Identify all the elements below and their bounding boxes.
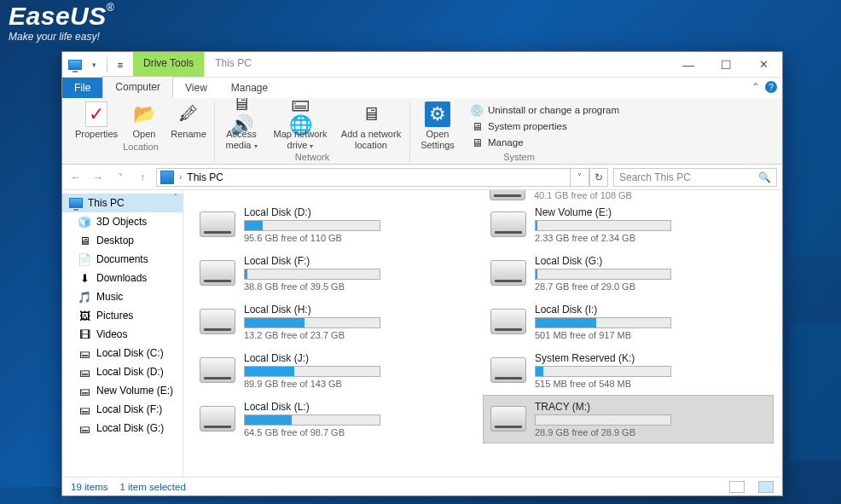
drive-item[interactable]: System Reserved (K:)515 MB free of 548 M… [483, 346, 774, 395]
nav-item[interactable]: 🖼Pictures [62, 306, 183, 325]
nav-item-icon: 📄 [78, 252, 91, 266]
drive-free-text: 89.9 GB free of 143 GB [244, 379, 475, 389]
brand-watermark: EaseUS® Make your life easy! [9, 2, 114, 43]
forward-button[interactable]: → [90, 169, 107, 186]
uninstall-icon: 💿 [470, 103, 484, 117]
drive-item[interactable]: Local Disk (G:)28.7 GB free of 29.0 GB [483, 249, 774, 298]
drive-name: Local Disk (L:) [244, 401, 475, 414]
drive-icon [200, 406, 235, 432]
nav-item-label: Desktop [96, 235, 134, 246]
open-button[interactable]: 📂 Open [127, 101, 161, 140]
drive-item[interactable]: Local Disk (H:)13.2 GB free of 23.7 GB [192, 298, 483, 346]
open-settings-button[interactable]: ⚙ Open Settings [415, 101, 460, 150]
nav-item[interactable]: 🖴Local Disk (C:) [62, 344, 183, 362]
ribbon-group-location: ✓ Properties 📂 Open 🖉 Rename Location [67, 101, 214, 162]
manage-button[interactable]: 🖥 Manage [470, 136, 619, 149]
uninstall-program-button[interactable]: 💿 Uninstall or change a program [470, 103, 619, 117]
map-network-drive-button[interactable]: 🖴🌐 Map network drive ▾ [270, 101, 331, 150]
search-icon: 🔍 [758, 171, 771, 183]
breadcrumb-this-pc[interactable]: This PC [187, 171, 223, 183]
tab-computer[interactable]: Computer [102, 76, 173, 98]
nav-item[interactable]: 🖴Local Disk (D:) [62, 362, 183, 381]
drive-free-text: 13.2 GB free of 23.7 GB [244, 330, 475, 340]
nav-item[interactable]: 🖴Local Disk (G:) [62, 419, 183, 437]
tab-file[interactable]: File [62, 78, 102, 98]
scroll-up-icon[interactable]: ˆ [171, 194, 181, 203]
address-dropdown-button[interactable]: ˅ [571, 168, 589, 187]
help-icon[interactable]: ? [765, 81, 777, 93]
maximize-button[interactable]: ☐ [707, 52, 745, 77]
nav-item[interactable]: 📄Documents [62, 250, 183, 269]
drive-name: Local Disk (J:) [244, 352, 475, 366]
nav-item[interactable]: 🖴New Volume (E:) [62, 381, 183, 400]
qat-dropdown-icon[interactable]: ▾ [86, 57, 102, 72]
drive-item[interactable]: Local Disk (L:)64.5 GB free of 98.7 GB [192, 395, 483, 443]
drive-item[interactable]: New Volume (E:)2.33 GB free of 2.34 GB [483, 200, 774, 249]
drive-free-text: 2.33 GB free of 2.34 GB [535, 233, 766, 243]
nav-this-pc[interactable]: This PC [62, 194, 183, 212]
drive-name: Local Disk (I:) [535, 304, 766, 317]
drive-item[interactable]: Local Disk (J:)89.9 GB free of 143 GB [192, 346, 483, 395]
drive-item[interactable]: Local Disk (I:)501 MB free of 917 MB [483, 298, 774, 346]
system-properties-button[interactable]: 🖥 System properties [470, 119, 619, 133]
content-pane[interactable]: 40.1 GB free of 108 GB Local Disk (D:)95… [183, 190, 782, 477]
ribbon-tab-strip: File Computer View Manage ⌃ ? [62, 78, 782, 98]
qat-overflow-icon[interactable]: ≡ [113, 57, 128, 72]
drive-icon [490, 357, 526, 383]
up-button[interactable]: ↑ [134, 169, 151, 186]
tab-view[interactable]: View [173, 78, 219, 98]
add-network-location-button[interactable]: 🖥 Add a network location [338, 101, 404, 150]
monitor-icon: 🖥 [358, 101, 384, 127]
details-view-button[interactable] [729, 481, 745, 493]
back-button[interactable]: ← [67, 169, 84, 186]
address-field[interactable]: › This PC [156, 168, 571, 187]
search-input[interactable]: Search This PC 🔍 [613, 168, 777, 187]
nav-item[interactable]: 🧊3D Objects [62, 212, 183, 231]
drive-name: New Volume (E:) [535, 206, 766, 220]
group-label-location: Location [123, 140, 159, 152]
drive-item[interactable]: Local Disk (D:)95.6 GB free of 110 GB [192, 200, 483, 249]
drive-item[interactable]: TRACY (M:)28.9 GB free of 28.9 GB [483, 395, 774, 443]
drive-icon [490, 309, 526, 334]
ribbon-group-system: ⚙ Open Settings 💿 Uninstall or change a … [409, 101, 628, 162]
minimize-button[interactable]: — [670, 52, 707, 77]
nav-item[interactable]: 🖥Desktop [62, 231, 183, 250]
drive-item[interactable]: Local Disk (F:)38.8 GB free of 39.5 GB [192, 249, 483, 298]
nav-item-icon: ⬇ [78, 271, 91, 285]
nav-item-label: Pictures [96, 310, 133, 322]
rename-button[interactable]: 🖉 Rename [168, 101, 209, 140]
nav-item-label: Local Disk (C:) [96, 347, 164, 359]
recent-locations-button[interactable]: ˅ [112, 169, 129, 186]
navigation-pane[interactable]: ˆ This PC 🧊3D Objects🖥Desktop📄Documents⬇… [62, 190, 183, 477]
drive-free-text: 40.1 GB free of 108 GB [534, 190, 632, 200]
drive-usage-bar [535, 414, 671, 426]
group-label-network: Network [295, 150, 329, 162]
drive-name: System Reserved (K:) [535, 352, 766, 366]
nav-item-icon: 🎞 [78, 327, 91, 341]
context-tab-drive-tools[interactable]: Drive Tools [133, 52, 205, 77]
nav-item-icon: 🖴 [78, 384, 91, 397]
drive-free-text: 95.6 GB free of 110 GB [244, 233, 475, 243]
properties-button[interactable]: ✓ Properties [72, 101, 120, 140]
rename-icon: 🖉 [176, 101, 201, 127]
drive-icon [490, 190, 525, 200]
nav-item[interactable]: 🎵Music [62, 287, 183, 306]
nav-item-label: Downloads [96, 272, 147, 284]
nav-item[interactable]: 🎞Videos [62, 325, 183, 344]
collapse-ribbon-icon[interactable]: ⌃ [751, 81, 760, 93]
nav-item-label: Music [96, 291, 123, 303]
access-media-button[interactable]: 🖥🔊 Access media ▾ [220, 101, 263, 150]
nav-item[interactable]: ⬇Downloads [62, 269, 183, 287]
explorer-window: ▾ ≡ Drive Tools This PC — ☐ ✕ File Compu… [61, 51, 783, 496]
breadcrumb-chevron-icon[interactable]: › [179, 172, 182, 182]
refresh-button[interactable]: ↻ [589, 168, 608, 187]
status-bar: 19 items 1 item selected [62, 477, 782, 495]
drive-free-text: 501 MB free of 917 MB [535, 330, 766, 340]
thumbnails-view-button[interactable] [758, 481, 774, 493]
tab-manage[interactable]: Manage [219, 78, 280, 98]
nav-item-icon: 🖴 [78, 365, 91, 379]
close-button[interactable]: ✕ [745, 52, 782, 77]
nav-item[interactable]: 🖴Local Disk (F:) [62, 400, 183, 419]
nav-item-label: Local Disk (G:) [96, 422, 164, 434]
pc-icon [67, 57, 83, 72]
